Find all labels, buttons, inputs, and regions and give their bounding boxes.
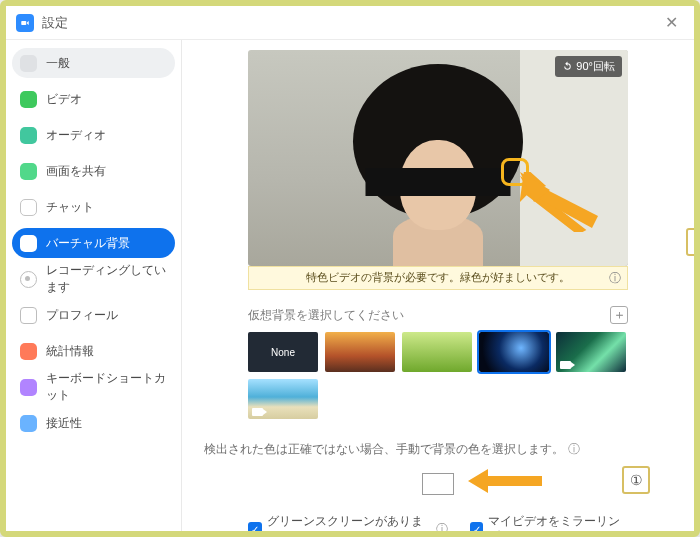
headphones-icon (20, 127, 37, 144)
sidebar-item-label: キーボードショートカット (46, 370, 167, 404)
bg-thumb-bridge[interactable] (325, 332, 395, 372)
green-screen-checkbox[interactable]: ✓ グリーンスクリーンがあります ⓘ (248, 514, 448, 531)
close-icon[interactable]: ✕ (659, 9, 684, 36)
mirror-label: マイビデオをミラーリング (488, 514, 628, 531)
help-icon[interactable]: ⓘ (436, 521, 448, 532)
notice-text: 特色ビデオの背景が必要です。緑色が好ましいです。 (306, 271, 570, 285)
sidebar-item-recording[interactable]: レコーディングしています (12, 264, 175, 294)
chat-icon (20, 199, 37, 216)
video-preview: 90°回転 (248, 50, 628, 266)
app-logo-icon (16, 14, 34, 32)
sidebar-item-virtual-background[interactable]: バーチャル背景 (12, 228, 175, 258)
accessibility-icon (20, 415, 37, 432)
background-thumbnails: None (248, 332, 628, 419)
sidebar: 一般 ビデオ オーディオ 画面を共有 チャット (6, 40, 182, 531)
sidebar-item-audio[interactable]: オーディオ (12, 120, 175, 150)
sidebar-item-share[interactable]: 画面を共有 (12, 156, 175, 186)
add-background-button[interactable]: ＋ (610, 306, 628, 324)
profile-icon (20, 307, 37, 324)
sidebar-item-label: ビデオ (46, 91, 82, 108)
annotation-arrow-1 (468, 466, 546, 496)
video-icon (20, 91, 37, 108)
checkmark-icon: ✓ (248, 522, 262, 531)
sidebar-item-general[interactable]: 一般 (12, 48, 175, 78)
rotate-label: 90°回転 (576, 59, 615, 74)
sidebar-item-label: レコーディングしています (46, 262, 167, 296)
bg-thumb-beach[interactable] (248, 379, 318, 419)
bg-section-label: 仮想背景を選択してください (248, 308, 610, 323)
sidebar-item-video[interactable]: ビデオ (12, 84, 175, 114)
notice-bar: 特色ビデオの背景が必要です。緑色が好ましいです。 ⓘ (248, 266, 628, 290)
sidebar-item-profile[interactable]: プロフィール (12, 300, 175, 330)
bg-thumb-earth[interactable] (479, 332, 549, 372)
annotation-arrow-2 (520, 172, 606, 232)
video-badge-icon (252, 408, 263, 416)
help-icon[interactable]: ⓘ (568, 441, 580, 458)
settings-window: 設定 ✕ 一般 ビデオ オーディオ 画面を共有 (6, 6, 694, 531)
rotate-button[interactable]: 90°回転 (555, 56, 622, 77)
virtual-bg-icon (20, 235, 37, 252)
sidebar-item-label: 画面を共有 (46, 163, 106, 180)
stats-icon (20, 343, 37, 360)
annotation-badge-1: ① (622, 466, 650, 494)
keyboard-icon (20, 379, 37, 396)
bg-thumb-aurora[interactable] (556, 332, 626, 372)
bg-thumb-none[interactable]: None (248, 332, 318, 372)
mirror-checkbox[interactable]: ✓ マイビデオをミラーリング (470, 514, 628, 531)
sidebar-item-label: 統計情報 (46, 343, 94, 360)
checkmark-icon: ✓ (470, 522, 484, 531)
video-badge-icon (560, 361, 571, 369)
sidebar-item-label: オーディオ (46, 127, 106, 144)
svg-rect-0 (21, 20, 26, 24)
content-pane: 90°回転 ② 特色ビデオの背景が必要です。緑色が好ましいです。 ⓘ (182, 40, 694, 531)
sidebar-item-label: プロフィール (46, 307, 118, 324)
bg-thumb-grass[interactable] (402, 332, 472, 372)
sidebar-item-stats[interactable]: 統計情報 (12, 336, 175, 366)
rotate-icon (562, 61, 573, 72)
titlebar: 設定 ✕ (6, 6, 694, 40)
annotation-badge-2: ② (686, 228, 694, 256)
color-swatch[interactable] (422, 473, 454, 495)
green-screen-label: グリーンスクリーンがあります (267, 514, 429, 531)
sidebar-item-label: チャット (46, 199, 94, 216)
window-title: 設定 (42, 14, 68, 32)
sidebar-item-label: 接近性 (46, 415, 82, 432)
share-screen-icon (20, 163, 37, 180)
sidebar-item-shortcuts[interactable]: キーボードショートカット (12, 372, 175, 402)
sidebar-item-accessibility[interactable]: 接近性 (12, 408, 175, 438)
help-icon[interactable]: ⓘ (609, 270, 621, 287)
gear-icon (20, 55, 37, 72)
sidebar-item-label: バーチャル背景 (46, 235, 130, 252)
svg-marker-4 (468, 469, 542, 493)
sidebar-item-chat[interactable]: チャット (12, 192, 175, 222)
record-icon (20, 271, 37, 288)
sidebar-item-label: 一般 (46, 55, 70, 72)
detect-text: 検出された色は正確ではない場合、手動で背景の色を選択します。 (204, 442, 564, 457)
